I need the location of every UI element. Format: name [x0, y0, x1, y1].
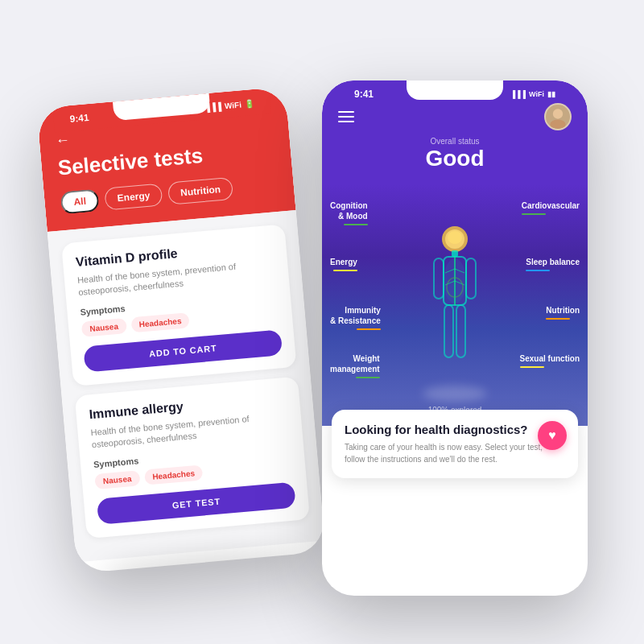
bottom-card-text: Taking care of your health is now easy. …	[345, 441, 565, 465]
add-to-cart-button[interactable]: ADD TO CART	[83, 329, 283, 372]
filter-nutrition[interactable]: Nutrition	[167, 177, 233, 205]
status-icons-front: ▐▐▐ WiFi ▮▮	[510, 90, 555, 98]
front-nav	[338, 103, 572, 130]
human-body-svg	[423, 225, 487, 386]
svg-rect-12	[434, 258, 444, 299]
cognition-text: Cognition& Mood	[330, 200, 368, 221]
label-sexual: Sexual function	[520, 353, 580, 368]
notch-front	[407, 80, 503, 100]
tag-nausea-2[interactable]: Nausea	[94, 470, 140, 489]
bar-cognition	[344, 224, 368, 225]
immunity-text: Immunity& Resistance	[330, 305, 381, 326]
svg-point-4	[448, 231, 462, 244]
label-immunity: Immunity& Resistance	[330, 305, 381, 330]
svg-rect-5	[452, 250, 458, 257]
energy-text: Energy	[330, 257, 357, 267]
bar-nutrition	[546, 318, 570, 320]
body-section: Cognition& Mood Energy Immunity& Resista…	[322, 184, 588, 426]
status-icons-back: ▐▐▐ WiFi 🔋	[204, 99, 254, 112]
label-energy: Energy	[330, 257, 357, 271]
signal-icon-front: ▐▐▐	[510, 90, 526, 98]
sexual-text: Sexual function	[520, 353, 580, 364]
time-back: 9:41	[69, 112, 89, 125]
body-figure	[415, 217, 495, 394]
heart-icon: ♥	[548, 428, 556, 443]
svg-rect-13	[466, 258, 476, 299]
tag-nausea-1[interactable]: Nausea	[81, 318, 127, 337]
battery-icon-front: ▮▮	[547, 90, 555, 98]
bar-sexual	[520, 366, 544, 368]
wifi-icon: WiFi	[224, 100, 242, 110]
avatar[interactable]	[544, 103, 572, 130]
filter-all[interactable]: All	[60, 188, 100, 214]
tag-headaches-1[interactable]: Headaches	[130, 312, 190, 332]
heart-button[interactable]: ♥	[538, 421, 567, 450]
card-vitamin-d: Vitamin D profile Health of the bone sys…	[61, 224, 296, 386]
bar-weight	[356, 377, 380, 378]
phone-back: 9:41 ▐▐▐ WiFi 🔋 ← Selective tests All En…	[36, 87, 325, 574]
filter-energy[interactable]: Energy	[105, 183, 163, 210]
svg-rect-14	[444, 305, 453, 357]
weight-text: Weightmanagement	[330, 353, 380, 374]
tag-headaches-2[interactable]: Headaches	[144, 464, 204, 485]
bar-immunity	[357, 328, 381, 330]
svg-point-1	[550, 120, 565, 130]
avatar-image	[546, 103, 570, 130]
label-sleep: Sleep balance	[526, 257, 580, 271]
label-nutrition: Nutrition	[546, 305, 580, 320]
time-front: 9:41	[354, 89, 374, 100]
svg-rect-15	[456, 305, 465, 357]
hamburger-line-3	[338, 121, 354, 122]
card-immune-allergy: Immune allergy Health of the bone system…	[75, 376, 310, 538]
label-cardiovascular: Cardiovascular	[522, 200, 580, 215]
label-weight: Weightmanagement	[330, 353, 380, 378]
battery-icon: 🔋	[244, 99, 254, 109]
overall-status: Good	[338, 146, 572, 171]
bar-cardiovascular	[522, 213, 546, 215]
cardiovascular-text: Cardiovascular	[522, 200, 580, 211]
bottom-card-title: Looking for health diagnostics?	[345, 423, 565, 436]
phone-front: 9:41 ▐▐▐ WiFi ▮▮	[322, 80, 588, 596]
glow-ring	[423, 386, 487, 402]
label-cognition: Cognition& Mood	[330, 200, 368, 225]
svg-point-0	[553, 109, 563, 118]
back-content: Vitamin D profile Health of the bone sys…	[47, 210, 325, 562]
bottom-card: Looking for health diagnostics? Taking c…	[332, 410, 578, 478]
get-test-button[interactable]: GET TEST	[97, 481, 296, 524]
filter-row: All Energy Nutrition	[60, 173, 278, 214]
phones-container: 9:41 ▐▐▐ WiFi 🔋 ← Selective tests All En…	[32, 32, 612, 612]
hamburger-menu[interactable]	[338, 111, 354, 122]
sleep-text: Sleep balance	[526, 257, 580, 267]
wifi-icon-front: WiFi	[529, 90, 544, 98]
hamburger-line-2	[338, 116, 354, 118]
overall-label: Overall status	[338, 137, 572, 146]
hamburger-line-1	[338, 111, 354, 113]
bar-sleep	[526, 270, 550, 271]
nutrition-text: Nutrition	[546, 305, 580, 316]
bar-energy	[333, 270, 357, 271]
